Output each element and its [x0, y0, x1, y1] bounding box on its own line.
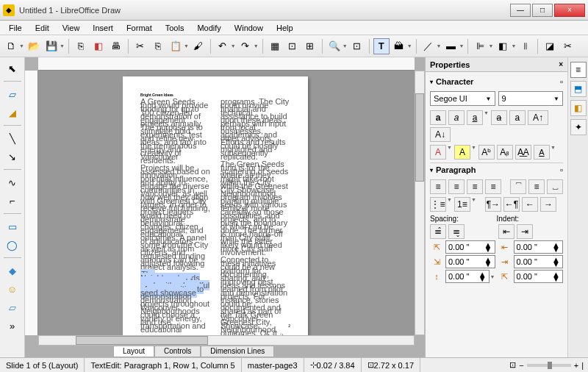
dir-l-button[interactable]: ← — [522, 197, 538, 212]
menu-window[interactable]: Window — [229, 22, 269, 34]
line-color-tool[interactable]: ▱ — [4, 86, 21, 102]
redo-button[interactable]: ↷ — [237, 38, 254, 54]
export-button[interactable]: ⎘ — [73, 38, 89, 54]
spacing-inc-button[interactable]: A͟A — [515, 145, 531, 160]
ltr-button[interactable]: ¶→ — [485, 197, 501, 212]
textbox-button[interactable]: T — [373, 38, 390, 54]
text-column-right[interactable]: programs. The City could provide financi… — [220, 100, 290, 335]
maximize-button[interactable]: □ — [532, 4, 553, 17]
menu-tools[interactable]: Tools — [159, 22, 190, 34]
menu-insert[interactable]: Insert — [87, 22, 119, 34]
select-tool[interactable]: ⬉ — [4, 60, 21, 76]
vertical-scrollbar[interactable] — [415, 71, 425, 335]
save-button[interactable]: 💾 — [43, 38, 60, 54]
align-button[interactable]: ⊫ — [472, 38, 488, 54]
align-justify-button[interactable]: ≡ — [485, 179, 501, 194]
close-button[interactable]: × — [554, 4, 585, 17]
shadow-button[interactable]: ◪ — [542, 38, 558, 54]
arrange-button[interactable]: ◧ — [495, 38, 511, 54]
paragraph-section-header[interactable]: ▾ Paragraph ▫ — [430, 162, 563, 176]
sidetab-properties[interactable]: ≡ — [570, 62, 587, 78]
minimize-button[interactable]: — — [510, 4, 531, 17]
space-above-input[interactable]: 0.00 "▲▼ — [445, 240, 495, 254]
indent-increase-button[interactable]: ⇥ — [517, 224, 533, 239]
zoom-out-icon[interactable]: − — [519, 361, 523, 370]
text-column-left[interactable]: A Green Seeds fund would provide funding… — [140, 100, 210, 335]
menu-file[interactable]: File — [3, 22, 28, 34]
undo-button[interactable]: ↶ — [215, 38, 231, 54]
distribute-button[interactable]: ⫴ — [517, 38, 534, 54]
indent-decrease-button[interactable]: ⇤ — [498, 224, 514, 239]
copy-button[interactable]: ⎘ — [150, 38, 166, 54]
valign-mid-button[interactable]: ≡ — [528, 179, 545, 194]
more-options-icon[interactable]: ▫ — [560, 77, 563, 86]
font-name-combo[interactable]: Segoe UI▼ — [430, 91, 495, 106]
zoom-button[interactable]: 🔍 — [326, 38, 343, 54]
character-section-header[interactable]: ▾ Character ▫ — [430, 75, 563, 88]
first-line-input[interactable]: 0.00 "▲▼ — [514, 270, 564, 283]
basic-shapes-tool[interactable]: ◆ — [4, 262, 21, 279]
cut-button[interactable]: ✂ — [132, 38, 148, 54]
strike-button[interactable]: a — [491, 110, 507, 125]
tab-layout[interactable]: Layout — [113, 346, 154, 357]
sidetab-gallery[interactable]: ◧ — [570, 100, 587, 116]
crop-button[interactable]: ✂ — [559, 38, 576, 54]
fill-color-button[interactable]: ▬ — [443, 38, 459, 54]
increase-size-button[interactable]: A↑ — [528, 110, 548, 125]
shadow-text-button[interactable]: a — [509, 110, 526, 125]
sidetab-shapes[interactable]: ⬒ — [570, 81, 587, 97]
symbol-tool[interactable]: ☺ — [4, 281, 21, 297]
align-left-button[interactable]: ≡ — [430, 179, 446, 194]
spacing-increase-button[interactable]: ≡̂ — [430, 224, 446, 239]
page[interactable]: Bright Green Ideas A Green Seeds fund wo… — [123, 76, 308, 335]
curve-tool[interactable]: ∿ — [4, 174, 21, 190]
menu-format[interactable]: Format — [121, 22, 158, 34]
spacing-dec-button[interactable]: A — [534, 145, 550, 160]
format-paintbrush-button[interactable]: 🖌 — [190, 38, 207, 54]
rtl-button[interactable]: ←¶ — [503, 197, 520, 212]
sidetab-navigator[interactable]: ✦ — [570, 119, 587, 135]
underline-button[interactable]: a — [467, 110, 483, 125]
fill-tool[interactable]: ◢ — [4, 104, 21, 121]
spacing-decrease-button[interactable]: ≡̬ — [448, 224, 465, 239]
indent-after-input[interactable]: 0.00 "▲▼ — [514, 255, 564, 268]
menu-view[interactable]: View — [57, 22, 86, 34]
italic-button[interactable]: a — [448, 110, 465, 125]
ellipse-tool[interactable]: ◯ — [4, 237, 21, 253]
ruler-horizontal[interactable] — [38, 57, 415, 71]
valign-top-button[interactable]: ⎴ — [510, 179, 526, 194]
align-center-button[interactable]: ≡ — [448, 179, 465, 194]
line-color-button[interactable]: ／ — [420, 38, 437, 54]
zoom-fit-icon[interactable]: ⊡ — [509, 360, 516, 370]
zoom-slider[interactable] — [527, 364, 571, 367]
indent-before-input[interactable]: 0.00 "▲▼ — [514, 240, 564, 254]
zoom-control[interactable]: ⊡ − + | — [505, 360, 588, 370]
menu-help[interactable]: Help — [270, 22, 299, 34]
flowchart-tool[interactable]: ▱ — [4, 299, 21, 315]
bold-button[interactable]: a — [430, 110, 446, 125]
line-arrow-tool[interactable]: ↘ — [4, 149, 21, 165]
status-master[interactable]: master-page3 — [242, 358, 304, 372]
open-button[interactable]: 📂 — [26, 38, 42, 54]
space-below-input[interactable]: 0.00 "▲▼ — [445, 255, 495, 268]
grid-button[interactable]: ▦ — [267, 38, 283, 54]
print-button[interactable]: 🖶 — [108, 38, 124, 54]
align-right-button[interactable]: ≡ — [467, 179, 483, 194]
line-tool[interactable]: ╲ — [4, 130, 21, 146]
line-spacing-input[interactable]: 0.00 "▲▼ — [445, 270, 490, 283]
guides-button[interactable]: ⊞ — [302, 38, 318, 54]
numbering-button[interactable]: 1≡ — [454, 197, 470, 212]
super-button[interactable]: Aᵇ — [478, 145, 495, 160]
connector-tool[interactable]: ⌐ — [4, 193, 21, 209]
menu-edit[interactable]: Edit — [29, 22, 55, 34]
menu-modify[interactable]: Modify — [191, 22, 226, 34]
ruler-vertical[interactable] — [25, 71, 38, 335]
sub-button[interactable]: Aᵦ — [497, 145, 513, 160]
valign-bot-button[interactable]: ⎵ — [547, 179, 563, 194]
more-options-icon[interactable]: ▫ — [560, 165, 563, 174]
highlight-button[interactable]: A — [454, 145, 470, 160]
pdf-button[interactable]: ◧ — [90, 38, 107, 54]
font-color-button[interactable]: A — [430, 145, 446, 160]
decrease-size-button[interactable]: A↓ — [430, 127, 451, 142]
zoom-page-button[interactable]: ⊡ — [349, 38, 365, 54]
